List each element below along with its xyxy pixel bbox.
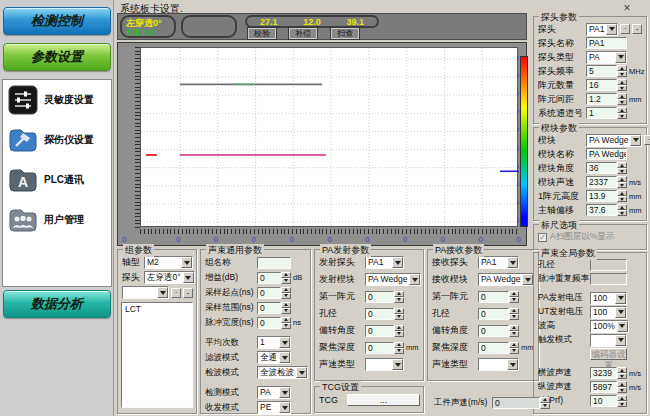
spin-down-icon[interactable] [394,297,404,303]
probe-stepper-5[interactable]: 1.2 [586,93,627,105]
spin-down-icon[interactable] [617,113,627,119]
chevron-down-icon[interactable] [183,272,194,283]
sidebar-item-sensitivity-settings[interactable]: 灵敏度设置 [3,80,111,120]
beam_common-select-6[interactable]: 全通 [257,351,291,364]
pa_rx-stepper-4[interactable]: 0 [478,325,519,337]
detection-control-button[interactable]: 检测控制 [3,7,111,35]
chevron-down-icon[interactable] [157,287,168,298]
pa_tx-stepper-3[interactable]: 0 [365,308,404,320]
group-select[interactable] [122,286,169,299]
beam_common-stepper-4[interactable]: 0 [257,317,291,329]
add-item-button[interactable]: · [620,24,630,34]
spin-down-icon[interactable] [509,348,519,354]
pa_rx-select-6[interactable] [478,358,519,371]
sidebar-item-plc-communication[interactable]: A PLC通讯 [3,160,111,200]
chevron-down-icon[interactable] [606,24,617,35]
pa_tx-stepper-5[interactable]: 0 [365,342,404,354]
spin-down-icon[interactable] [394,331,404,337]
chevron-down-icon[interactable] [615,307,626,318]
chevron-down-icon[interactable] [409,274,420,285]
tcg-edit-button[interactable]: ... [347,394,420,406]
add-group-button[interactable]: · [171,288,181,298]
spin-down-icon[interactable] [617,168,627,174]
wedge-stepper-3[interactable]: 2337 [586,176,627,188]
spin-down-icon[interactable] [617,196,627,202]
probe-stepper-4[interactable]: 16 [586,79,627,91]
sidebar-item-user-management[interactable]: 用户管理 [3,200,111,240]
spin-down-icon[interactable] [617,401,627,407]
wedge-stepper-2[interactable]: 36 [586,162,627,174]
chevron-down-icon[interactable] [279,337,290,348]
axis-type-select[interactable]: M2 [144,256,193,269]
plot-area[interactable] [140,47,518,227]
calibrate-button[interactable]: 校验 [248,28,276,39]
beam_global-stepper-9[interactable]: 10 [590,395,627,407]
probe-select-2[interactable]: PA [586,51,627,64]
chevron-down-icon[interactable] [392,359,403,370]
beam_global-select-3[interactable]: 100 [590,306,627,319]
scan-button[interactable]: 扫查 [331,28,359,39]
beam_common-select-5[interactable]: 1 [257,336,291,349]
beam_common-stepper-2[interactable]: 0 [257,287,291,299]
spin-down-icon[interactable] [540,403,550,409]
pa_tx-select-1[interactable]: PA Wedge [365,273,421,286]
chevron-down-icon[interactable] [522,274,533,285]
beam_common-select-8[interactable]: PA [257,386,291,399]
spin-down-icon[interactable] [509,314,519,320]
beam_global-select-5[interactable] [590,334,627,347]
chevron-down-icon[interactable] [279,387,290,398]
spin-down-icon[interactable] [617,182,627,188]
beam_common-stepper-3[interactable]: 0 [257,302,291,314]
spin-down-icon[interactable] [617,71,627,77]
spin-down-icon[interactable] [281,323,291,329]
beam_global-select-4[interactable]: 100% [590,320,629,333]
checkbox-icon[interactable]: ✓ [538,233,547,242]
chevron-down-icon[interactable] [181,257,192,268]
spin-down-icon[interactable] [281,278,291,284]
spin-down-icon[interactable] [617,387,627,393]
spin-down-icon[interactable] [617,373,627,379]
beam_global-stepper-8[interactable]: 5897 [590,381,627,393]
compensate-button[interactable]: 补偿 [289,28,317,39]
beam_common-select-7[interactable]: 全波检波 [257,366,308,379]
list-item[interactable]: LCT [122,303,192,315]
chevron-down-icon[interactable] [617,321,628,332]
chevron-down-icon[interactable] [630,135,641,146]
chevron-down-icon[interactable] [507,359,518,370]
spin-down-icon[interactable] [617,85,627,91]
spin-down-icon[interactable] [394,348,404,354]
pa_rx-stepper-2[interactable]: 0 [478,291,519,303]
beam_common-input-0[interactable] [257,257,291,269]
close-icon[interactable]: × [620,3,634,15]
pa_tx-stepper-2[interactable]: 0 [365,291,404,303]
pa_rx-select-0[interactable]: PA1 [478,256,519,269]
sidebar-item-flaw-detector-settings[interactable]: 探伤仪设置 [3,120,111,160]
beam_common-stepper-1[interactable]: 0 [257,272,291,284]
chevron-down-icon[interactable] [615,335,626,346]
spin-down-icon[interactable] [509,331,519,337]
chevron-down-icon[interactable] [296,367,307,378]
beam_global-select-2[interactable]: 100 [590,292,627,305]
chevron-down-icon[interactable] [615,52,626,63]
group-probe-select[interactable]: 左穿透0° [144,271,195,284]
remove-group-button[interactable]: - [183,288,193,298]
spin-down-icon[interactable] [617,210,627,216]
probe-stepper-3[interactable]: 5 [586,65,627,77]
remove-item-button[interactable]: - [632,24,642,34]
pa_tx-select-6[interactable] [365,358,404,371]
chevron-down-icon[interactable] [279,352,290,363]
chevron-down-icon[interactable] [507,257,518,268]
probe-stepper-6[interactable]: 1 [586,107,627,119]
probe-input-1[interactable]: PA1 [586,37,627,49]
pa_rx-stepper-3[interactable]: 0 [478,308,519,320]
parameter-settings-button[interactable]: 参数设置 [3,43,111,71]
wedge-stepper-5[interactable]: 37.6 [586,204,627,216]
wedge-select-0[interactable]: PA Wedge [586,134,642,147]
chevron-down-icon[interactable] [392,257,403,268]
chevron-down-icon[interactable] [615,293,626,304]
workpiece-velocity-stepper[interactable]: 0 [492,397,550,409]
spin-down-icon[interactable] [617,99,627,105]
data-analysis-button[interactable]: 数据分析 [3,290,111,318]
spin-down-icon[interactable] [281,293,291,299]
beam_common-select-9[interactable]: PE [257,401,291,414]
